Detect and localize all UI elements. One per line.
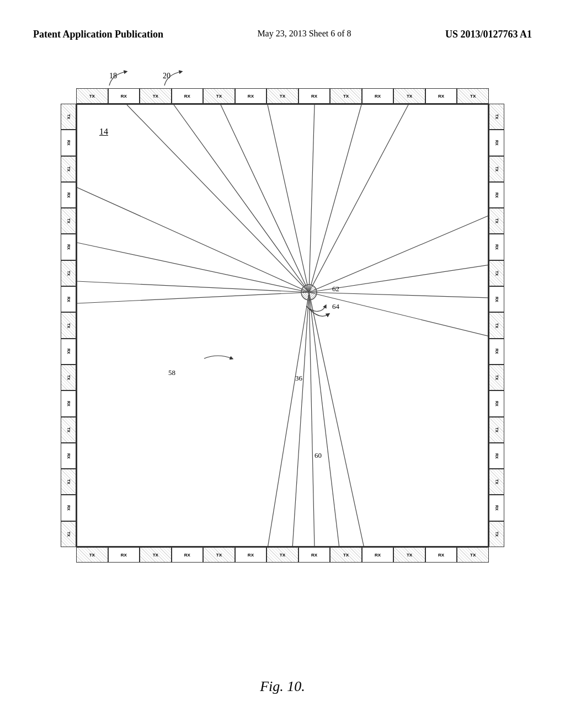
cell-rx-right-8: RX (489, 286, 504, 312)
cell-tx-top-1: TX (76, 88, 108, 104)
svg-text:58: 58 (168, 368, 175, 377)
cell-tx-right-15: TX (489, 469, 504, 495)
cell-tx-left-1: TX (61, 104, 76, 130)
cell-rx-bot-2: RX (108, 547, 140, 563)
arrow-20 (153, 69, 198, 91)
svg-line-12 (77, 188, 309, 292)
svg-text:36: 36 (295, 374, 303, 382)
cell-tx-top-13: TX (457, 88, 489, 104)
diagram-svg: 62 64 58 36 60 (77, 105, 488, 546)
cell-tx-left-7: TX (61, 260, 76, 286)
arrow-18 (98, 69, 142, 91)
svg-line-19 (309, 292, 488, 336)
cell-rx-right-10: RX (489, 339, 504, 365)
cell-tx-left-9: TX (61, 312, 76, 338)
cell-tx-right-13: TX (489, 417, 504, 443)
svg-line-18 (309, 292, 488, 298)
header-left-text: Patent Application Publication (33, 29, 163, 40)
cell-rx-right-4: RX (489, 182, 504, 208)
cell-tx-right-1: TX (489, 104, 504, 130)
cell-rx-left-16: RX (61, 495, 76, 521)
cell-tx-top-3: TX (140, 88, 172, 104)
cell-rx-left-2: RX (61, 130, 76, 156)
cell-tx-top-9: TX (330, 88, 362, 104)
cell-tx-left-3: TX (61, 156, 76, 182)
svg-line-0 (127, 105, 309, 292)
cell-rx-top-2: RX (108, 88, 140, 104)
cell-tx-right-11: TX (489, 365, 504, 390)
svg-line-14 (77, 281, 309, 292)
svg-line-11 (309, 292, 364, 546)
cell-rx-right-12: RX (489, 390, 504, 416)
header-center-text: May 23, 2013 Sheet 6 of 8 (257, 29, 351, 39)
cell-tx-right-9: TX (489, 312, 504, 338)
header-right-text: US 2013/0127763 A1 (445, 29, 532, 40)
cell-tx-bot-13: TX (457, 547, 489, 563)
inner-area: 14 (76, 104, 489, 547)
svg-point-26 (301, 285, 317, 300)
cell-tx-right-3: TX (489, 156, 504, 182)
svg-line-16 (309, 215, 488, 292)
cell-rx-left-4: RX (61, 182, 76, 208)
svg-text:62: 62 (332, 285, 339, 293)
cell-tx-right-17: TX (489, 521, 504, 547)
cell-rx-left-6: RX (61, 234, 76, 260)
cell-rx-top-10: RX (362, 88, 394, 104)
cell-rx-top-12: RX (425, 88, 457, 104)
figure-caption: Fig. 10. (0, 678, 565, 695)
bottom-row: TX RX TX RX TX RX TX RX TX RX TX RX TX (76, 547, 489, 563)
svg-text:64: 64 (332, 302, 340, 311)
top-row: TX RX TX RX TX RX TX RX TX RX TX RX TX (76, 88, 489, 104)
cell-tx-top-7: TX (266, 88, 299, 104)
cell-rx-bot-8: RX (299, 547, 331, 563)
cell-rx-right-16: RX (489, 495, 504, 521)
cell-rx-top-8: RX (299, 88, 331, 104)
cell-rx-top-4: RX (172, 88, 204, 104)
svg-line-3 (268, 105, 309, 292)
cell-tx-bot-11: TX (393, 547, 425, 563)
cell-rx-left-14: RX (61, 443, 76, 469)
svg-line-15 (77, 292, 309, 303)
cell-tx-bot-1: TX (76, 547, 108, 563)
cell-rx-right-6: RX (489, 234, 504, 260)
cell-rx-bot-4: RX (172, 547, 204, 563)
svg-line-2 (221, 105, 309, 292)
cell-tx-left-5: TX (61, 208, 76, 234)
cell-tx-left-13: TX (61, 417, 76, 443)
cell-tx-bot-5: TX (203, 547, 235, 563)
cell-rx-left-12: RX (61, 390, 76, 416)
diagram-container: 18 20 TX RX TX RX TX RX TX RX TX RX TX R… (61, 88, 504, 563)
cell-rx-right-2: RX (489, 130, 504, 156)
svg-line-6 (309, 105, 408, 292)
cell-tx-top-11: TX (393, 88, 425, 104)
cell-tx-bot-9: TX (330, 547, 362, 563)
svg-line-4 (309, 105, 315, 292)
cell-rx-bot-6: RX (235, 547, 267, 563)
cell-rx-left-10: RX (61, 339, 76, 365)
cell-rx-right-14: RX (489, 443, 504, 469)
svg-line-13 (77, 243, 309, 292)
cell-rx-left-8: RX (61, 286, 76, 312)
cell-tx-left-15: TX (61, 469, 76, 495)
cell-tx-top-5: TX (203, 88, 235, 104)
svg-text:60: 60 (315, 451, 322, 459)
cell-tx-bot-3: TX (140, 547, 172, 563)
svg-line-7 (268, 292, 309, 546)
cell-rx-bot-10: RX (362, 547, 394, 563)
right-col: TX RX TX RX TX RX TX RX TX RX TX RX TX R… (489, 104, 504, 547)
svg-line-1 (174, 105, 309, 292)
svg-line-5 (309, 105, 361, 292)
cell-tx-right-5: TX (489, 208, 504, 234)
cell-tx-bot-7: TX (266, 547, 299, 563)
svg-line-8 (292, 292, 309, 546)
cell-tx-left-17: TX (61, 521, 76, 547)
cell-rx-bot-12: RX (425, 547, 457, 563)
cell-rx-top-6: RX (235, 88, 267, 104)
cell-tx-left-11: TX (61, 365, 76, 390)
left-col: TX RX TX RX TX RX TX RX TX RX TX RX TX R… (61, 104, 76, 547)
cell-tx-right-7: TX (489, 260, 504, 286)
page-header: Patent Application Publication May 23, 2… (33, 29, 532, 40)
